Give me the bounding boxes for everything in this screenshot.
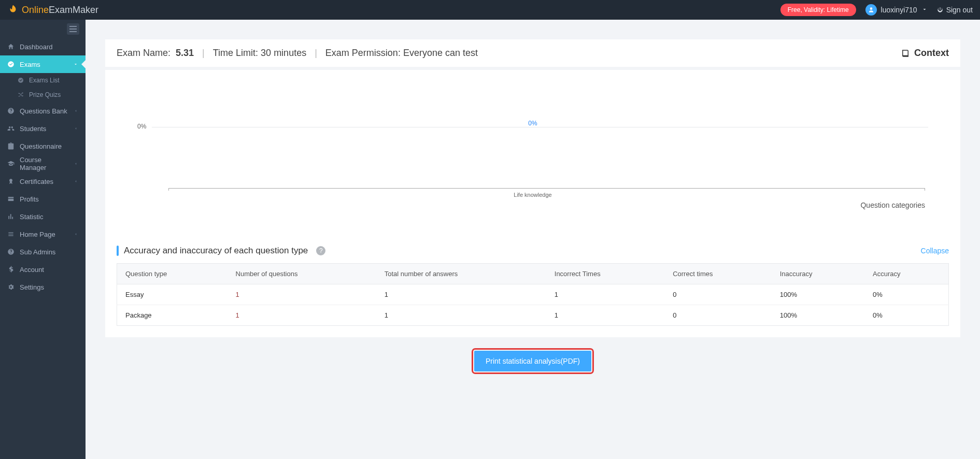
category-chart: 0% 0% Life knowledge [137,75,928,197]
sidebar-item-questions-bank[interactable]: Questions Bank [0,102,86,120]
sidebar-subitem-exams-list[interactable]: Exams List [0,73,86,88]
signout-button[interactable]: Sign out [937,6,973,14]
print-pdf-button[interactable]: Print statistical analysis(PDF) [474,351,591,371]
cell-nq[interactable]: 1 [228,284,376,305]
avatar-icon [865,4,877,16]
sidebar-item-exams[interactable]: Exams [0,55,86,73]
signout-label: Sign out [946,6,973,14]
sidebar-item-students[interactable]: Students [0,120,86,137]
cell-answers: 1 [376,305,546,326]
chevron-left-icon [73,231,78,238]
chart-baseline [152,127,928,127]
sidebar-collapse-button[interactable] [0,20,86,38]
main-content: Exam Name: 5.31 | Time Limit: 30 minutes… [86,20,980,459]
sidebar-item-certificates[interactable]: Certificates [0,173,86,190]
chevron-left-icon [73,107,78,115]
chevron-down-icon [921,6,928,14]
cell-type: Package [117,305,228,326]
chevron-left-icon [73,160,78,168]
exam-header: Exam Name: 5.31 | Time Limit: 30 minutes… [105,39,960,67]
sidebar-label-home-page: Home Page [20,231,55,238]
context-label: Context [914,48,949,59]
chart-xlabel: Question categories [137,197,928,209]
sidebar-item-questionnaire[interactable]: Questionnaire [0,137,86,155]
sidebar-label-sub-admins: Sub Admins [20,248,55,256]
section-title: Accuracy and inaccuracy of each question… [124,246,308,256]
users-icon [7,125,15,132]
accuracy-table: Question type Number of questions Total … [117,263,949,326]
sidebar-label-certificates: Certificates [20,178,53,185]
separator: | [311,48,320,59]
sidebar: Dashboard Exams Exams List Prize Quizs Q… [0,20,86,459]
sidebar-label-exams: Exams [20,61,40,68]
user-menu[interactable]: luoxinyi710 [865,4,928,16]
chevron-left-icon [73,178,78,185]
separator: | [199,48,208,59]
chart-area: 0% 0% Life knowledge Question categories [117,70,949,214]
collapse-link[interactable]: Collapse [921,247,949,255]
brand-text-left: Online [22,5,49,15]
svg-point-0 [9,179,12,182]
table-row: Package 1 1 1 0 100% 0% [117,305,949,326]
sidebar-sublabel-exams-list: Exams List [29,77,60,84]
cell-type: Essay [117,284,228,305]
list-icon [7,231,15,238]
sidebar-label-dashboard: Dashboard [20,43,53,51]
sidebar-item-profits[interactable]: Profits [0,190,86,208]
help-icon[interactable]: ? [316,246,325,255]
context-button[interactable]: Context [901,48,949,59]
table-row: Essay 1 1 1 0 100% 0% [117,284,949,305]
th-accuracy: Accuracy [864,264,949,284]
question-icon [7,248,15,255]
card-icon [7,195,15,203]
cell-accuracy: 0% [864,305,949,326]
check-circle-icon [7,61,15,68]
sidebar-item-dashboard[interactable]: Dashboard [0,38,86,55]
chart-xtick [925,188,925,191]
sidebar-item-sub-admins[interactable]: Sub Admins [0,243,86,261]
section-accent-bar [117,246,119,256]
cell-answers: 1 [376,284,546,305]
plan-badge[interactable]: Free, Validity: Lifetime [780,4,856,16]
time-limit: Time Limit: 30 minutes [213,48,306,59]
exam-permission: Exam Permission: Everyone can test [325,48,478,59]
sidebar-label-account: Account [20,266,44,274]
cell-accuracy: 0% [864,284,949,305]
th-incorrect-times: Incorrect Times [546,264,664,284]
chart-xtick [168,188,169,191]
sidebar-item-settings[interactable]: Settings [0,278,86,296]
username: luoxinyi710 [881,6,917,14]
sidebar-subitem-prize-quizs[interactable]: Prize Quizs [0,88,86,102]
sidebar-item-course-manager[interactable]: Course Manager [0,155,86,173]
th-question-type: Question type [117,264,228,284]
th-number-questions: Number of questions [228,264,376,284]
home-icon [7,43,15,50]
accuracy-section: Accuracy and inaccuracy of each question… [117,246,949,326]
power-icon [937,7,943,13]
chart-category-0: Life knowledge [514,192,551,198]
sidebar-item-statistic[interactable]: Statistic [0,208,86,225]
exam-name-label: Exam Name: [117,48,171,59]
sidebar-label-questionnaire: Questionnaire [20,142,62,150]
th-correct-times: Correct times [664,264,772,284]
shuffle-icon [18,92,24,98]
sidebar-item-home-page[interactable]: Home Page [0,225,86,243]
th-total-answers: Total number of answers [376,264,546,284]
sidebar-sublabel-prize-quizs: Prize Quizs [29,91,61,98]
question-icon [7,107,15,114]
th-inaccuracy: Inaccuracy [772,264,864,284]
brand-logo[interactable]: OnlineExamMaker [7,4,98,16]
cell-nq[interactable]: 1 [228,305,376,326]
sidebar-label-students: Students [20,125,46,133]
book-icon [901,49,910,58]
topbar: OnlineExamMaker Free, Validity: Lifetime… [0,0,980,20]
logo-icon [7,4,19,16]
chart-xaxis [168,188,925,189]
check-circle-icon [18,77,24,83]
cell-incorrect: 1 [546,284,664,305]
sidebar-item-account[interactable]: Account [0,261,86,278]
sidebar-label-statistic: Statistic [20,213,44,221]
menu-icon [67,23,79,35]
table-header-row: Question type Number of questions Total … [117,264,949,284]
graduation-icon [7,160,15,167]
